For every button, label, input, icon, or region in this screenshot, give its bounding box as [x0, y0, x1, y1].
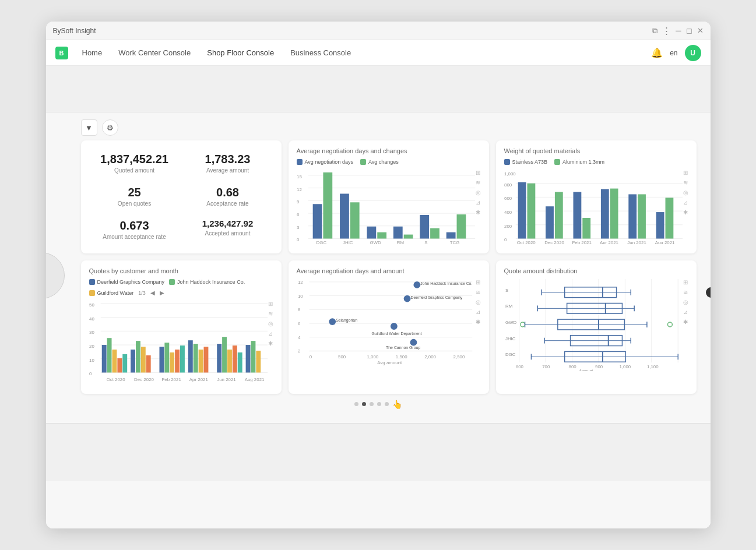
- chart1-wrapper: 0 3 6 9 12 15: [297, 170, 481, 246]
- svg-text:12: 12: [297, 187, 302, 192]
- svg-rect-86: [193, 344, 198, 372]
- svg-text:Aug 2021: Aug 2021: [655, 240, 674, 244]
- chart3-icon-5[interactable]: ✱: [268, 340, 273, 347]
- chart1-icon-3[interactable]: ◎: [476, 189, 481, 196]
- chart1-card: Average negotiation days and changes Avg…: [289, 140, 489, 253]
- chart4-icon-2[interactable]: ≋: [476, 289, 481, 295]
- nav-shop-floor[interactable]: Shop Floor Console: [200, 45, 281, 61]
- svg-text:4: 4: [297, 335, 300, 340]
- chart4-svg: 12 10 8 6 4 2: [297, 279, 481, 365]
- chart4-icon-5[interactable]: ✱: [476, 319, 481, 325]
- chart1-legend: Avg negotiation days Avg changes: [297, 159, 481, 165]
- chart3-icon-1[interactable]: ⊞: [268, 301, 273, 307]
- svg-rect-22: [446, 232, 455, 239]
- svg-rect-12: [312, 204, 322, 238]
- svg-text:2,500: 2,500: [453, 355, 465, 360]
- amount-acceptance-label: Amount acceptance rate: [93, 234, 177, 240]
- page-dot-3[interactable]: [370, 402, 374, 406]
- svg-rect-16: [367, 227, 376, 239]
- gray-header: [46, 66, 711, 112]
- svg-rect-49: [628, 194, 637, 238]
- svg-text:S: S: [505, 288, 508, 293]
- svg-text:0: 0: [309, 355, 312, 360]
- svg-rect-51: [656, 212, 664, 238]
- lang-selector[interactable]: en: [670, 49, 677, 57]
- chart3-next[interactable]: ▶: [160, 290, 164, 296]
- svg-text:1,000: 1,000: [367, 355, 378, 360]
- close-button[interactable]: ✕: [697, 26, 704, 35]
- chart3-svg: 0 10 20 30 40 50: [89, 301, 273, 384]
- chart3-prev[interactable]: ◀: [150, 290, 155, 296]
- chart5-icon-4[interactable]: ⊿: [683, 309, 688, 315]
- chart2-icon-2[interactable]: ≋: [683, 179, 688, 186]
- legend-stainless: Stainless A73B: [504, 159, 548, 165]
- svg-text:1,100: 1,100: [646, 364, 658, 369]
- accepted-amount-value: 1,236,427.92: [186, 218, 270, 229]
- content-area: ▼ ⚙ 1,837,452.21 Quoted amount 1,783.23 …: [46, 66, 711, 528]
- chart2-icon-5[interactable]: ✱: [683, 209, 688, 216]
- page-dot-2[interactable]: [362, 402, 366, 406]
- svg-text:Apr 2021: Apr 2021: [189, 378, 208, 383]
- main-content: ▼ ⚙ 1,837,452.21 Quoted amount 1,783.23 …: [46, 112, 711, 418]
- chart3-side-icons: ⊞ ≋ ◎ ⊿ ✱: [268, 301, 273, 347]
- svg-rect-73: [112, 350, 117, 373]
- app-logo[interactable]: B: [55, 47, 68, 59]
- chart2-icon-1[interactable]: ⊞: [683, 170, 688, 176]
- chart5-icon-2[interactable]: ≋: [683, 289, 688, 295]
- bell-icon[interactable]: 🔔: [651, 47, 663, 58]
- nav-work-center[interactable]: Work Center Console: [111, 45, 198, 61]
- chart2-icon-3[interactable]: ◎: [683, 189, 688, 196]
- stat-open-quotes: 25 Open quotes: [93, 185, 177, 209]
- svg-rect-88: [203, 347, 208, 372]
- svg-rect-95: [251, 341, 255, 373]
- filter-button[interactable]: ▼: [81, 119, 97, 136]
- legend-dot-green1: [360, 159, 366, 165]
- svg-text:Avg amount: Avg amount: [377, 361, 402, 366]
- user-avatar[interactable]: U: [685, 45, 701, 61]
- chart4-icon-1[interactable]: ⊞: [476, 279, 481, 285]
- svg-rect-23: [456, 214, 466, 238]
- svg-text:0: 0: [297, 237, 300, 242]
- chart1-icon-2[interactable]: ≋: [476, 179, 481, 186]
- chart3-icon-3[interactable]: ◎: [268, 320, 273, 327]
- svg-text:9: 9: [297, 199, 300, 205]
- svg-rect-91: [227, 350, 232, 373]
- chart3-icon-2[interactable]: ≋: [268, 311, 273, 317]
- page-dot-4[interactable]: [377, 402, 381, 406]
- page-dot-5[interactable]: [385, 402, 389, 406]
- chart5-icon-3[interactable]: ◎: [683, 299, 688, 305]
- settings-button[interactable]: ⚙: [102, 119, 118, 136]
- svg-text:40: 40: [89, 316, 94, 322]
- restore-button[interactable]: ◻: [686, 26, 692, 35]
- svg-rect-19: [403, 235, 413, 239]
- chart2-icon-4[interactable]: ⊿: [683, 199, 688, 206]
- copy-icon[interactable]: ⧉: [652, 26, 657, 36]
- page-dot-1[interactable]: [354, 402, 358, 406]
- nav-business[interactable]: Business Console: [283, 45, 358, 61]
- chart1-icon-1[interactable]: ⊞: [476, 170, 481, 176]
- chart1-icon-4[interactable]: ⊿: [476, 199, 481, 206]
- svg-text:Selangorian: Selangorian: [336, 318, 357, 323]
- svg-text:8: 8: [297, 308, 300, 313]
- legend-dot-jhic: [169, 279, 175, 285]
- svg-text:JHIC: JHIC: [343, 240, 353, 244]
- chart1-icon-5[interactable]: ✱: [476, 209, 481, 216]
- title-bar-left: BySoft Insight: [53, 27, 96, 35]
- svg-rect-76: [131, 350, 135, 373]
- svg-rect-79: [146, 355, 150, 373]
- menu-icon[interactable]: ⋮: [662, 26, 671, 36]
- chart3-icon-4[interactable]: ⊿: [268, 330, 273, 337]
- svg-text:Feb 2021: Feb 2021: [161, 378, 181, 383]
- accepted-amount-label: Accepted amount: [186, 230, 270, 237]
- chart1-title: Average negotiation days and changes: [297, 147, 481, 154]
- average-amount-value: 1,783.23: [186, 152, 270, 166]
- svg-rect-44: [554, 192, 562, 239]
- minimize-button[interactable]: ─: [676, 26, 681, 35]
- chart4-icon-4[interactable]: ⊿: [476, 309, 481, 315]
- svg-rect-75: [122, 354, 127, 373]
- chart4-icon-3[interactable]: ◎: [476, 299, 481, 305]
- chart5-icon-1[interactable]: ⊞: [683, 279, 688, 285]
- nav-home[interactable]: Home: [75, 45, 110, 61]
- chart5-icon-5[interactable]: ✱: [683, 319, 688, 325]
- quoted-amount-label: Quoted amount: [93, 167, 177, 174]
